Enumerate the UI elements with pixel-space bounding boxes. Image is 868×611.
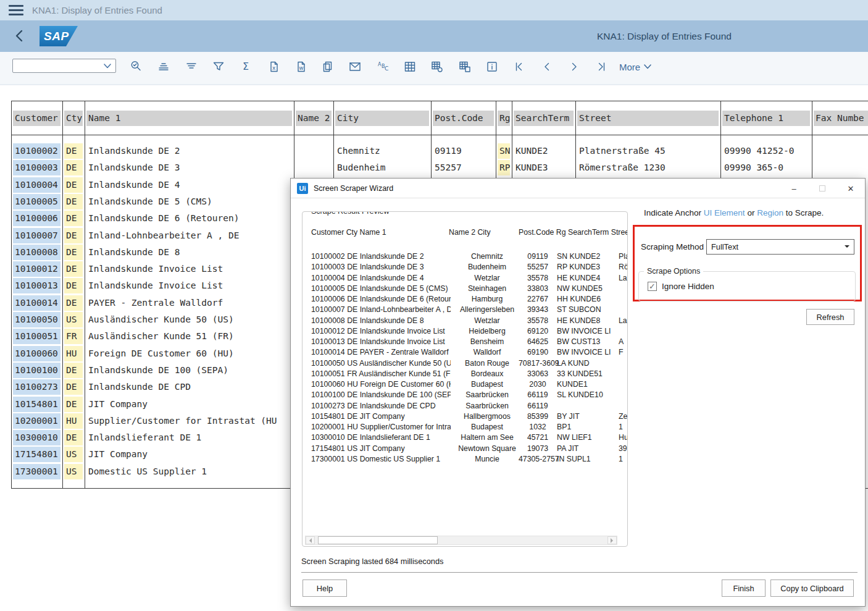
cell-customer[interactable]: 10100008 xyxy=(13,245,61,260)
cell-cty[interactable]: DE xyxy=(64,211,83,226)
cell-name1[interactable]: Inlandskunde DE 100 (SEPA) xyxy=(86,363,292,378)
grid-settings-icon[interactable] xyxy=(429,59,445,75)
cell-cty[interactable]: DE xyxy=(64,295,83,311)
cell-customer[interactable]: 10100007 xyxy=(13,228,61,243)
cell-name1[interactable]: Inlandskunde DE 4 xyxy=(86,177,292,193)
cell-customer[interactable]: 10100012 xyxy=(13,261,61,277)
email-icon[interactable] xyxy=(347,59,363,75)
ui-element-link[interactable]: UI Element xyxy=(704,208,745,217)
cell-customer[interactable]: 10154801 xyxy=(13,397,61,412)
cell-search[interactable]: KUNDE3 xyxy=(514,160,574,175)
next-page-icon[interactable] xyxy=(566,59,582,75)
cell-tel[interactable]: 09990 41252-0 xyxy=(722,143,810,159)
cell-customer[interactable]: 10100050 xyxy=(13,312,61,327)
info-icon[interactable] xyxy=(484,59,500,75)
column-header-city[interactable]: City xyxy=(335,111,429,126)
help-button[interactable]: Help xyxy=(303,579,347,597)
cell-fax[interactable] xyxy=(814,143,868,159)
cell-cty[interactable]: US xyxy=(64,312,83,327)
column-header-search[interactable]: SearchTerm xyxy=(514,111,574,126)
column-header-name2[interactable]: Name 2 xyxy=(296,111,332,126)
cell-name1[interactable]: Inlandskunde DE 8 xyxy=(86,245,292,260)
cell-customer[interactable]: 10100004 xyxy=(13,177,61,193)
grid-icon[interactable] xyxy=(402,59,418,75)
preview-horizontal-scrollbar[interactable] xyxy=(305,536,617,545)
refresh-button[interactable]: Refresh xyxy=(806,309,854,325)
cell-name2[interactable] xyxy=(296,143,332,159)
cell-customer[interactable]: 10200001 xyxy=(13,413,61,429)
cell-cty[interactable]: DE xyxy=(64,278,83,293)
cell-name1[interactable]: Inland-Lohnbearbeiter A , DE xyxy=(86,228,292,243)
cell-customer[interactable]: 10100060 xyxy=(13,346,61,361)
cell-name1[interactable]: Inlandskunde DE 5 (CMS) xyxy=(86,194,292,209)
maximize-icon[interactable] xyxy=(808,179,837,198)
cell-name1[interactable]: Inlandskunde DE 2 xyxy=(86,143,292,159)
more-button[interactable]: More xyxy=(619,59,651,75)
cell-cty[interactable]: DE xyxy=(64,379,83,395)
back-icon[interactable] xyxy=(15,29,26,43)
menu-icon[interactable] xyxy=(9,5,23,15)
cell-customer[interactable]: 10100100 xyxy=(13,363,61,378)
cell-customer[interactable]: 10300010 xyxy=(13,430,61,445)
cell-cty[interactable]: DE xyxy=(64,245,83,260)
cell-customer[interactable]: 10100051 xyxy=(13,329,61,344)
cell-name1[interactable]: Inlandskunde DE 6 (Retouren) xyxy=(86,211,292,226)
cell-name1[interactable]: Inlandskunde DE 3 xyxy=(86,160,292,175)
cell-customer[interactable]: 10100002 xyxy=(13,143,61,159)
filter-icon[interactable] xyxy=(211,59,227,75)
copy-icon[interactable] xyxy=(320,59,336,75)
preview-pane[interactable]: Customer Cty Name 1 Name 2 City Post.Cod… xyxy=(303,212,627,546)
cell-name1[interactable]: JIT Company xyxy=(86,447,292,462)
column-header-customer[interactable]: Customer xyxy=(13,111,61,126)
cell-name1[interactable]: Domestic US Supplier 1 xyxy=(86,464,292,479)
cell-cty[interactable]: FR xyxy=(64,329,83,344)
scroll-right-icon[interactable] xyxy=(607,536,617,544)
export-word-icon[interactable]: w xyxy=(293,59,309,75)
cell-name1[interactable]: Inlandslieferant DE 1 xyxy=(86,430,292,445)
cell-cty[interactable]: DE xyxy=(64,261,83,277)
ignore-hidden-checkbox[interactable]: ✓ xyxy=(648,282,657,291)
cell-cty[interactable]: DE xyxy=(64,160,83,175)
cell-customer[interactable]: 10100005 xyxy=(13,194,61,209)
column-header-tel[interactable]: Telephone 1 xyxy=(722,111,810,126)
cell-rg[interactable]: RP xyxy=(498,160,510,175)
cell-post[interactable]: 09119 xyxy=(433,143,494,159)
cell-street[interactable]: Platnerstraße 45 xyxy=(577,143,719,159)
cell-cty[interactable]: DE xyxy=(64,177,83,193)
cell-cty[interactable]: DE xyxy=(64,194,83,209)
column-header-cty[interactable]: Cty xyxy=(64,111,83,126)
previous-page-icon[interactable] xyxy=(539,59,555,75)
scroll-left-icon[interactable] xyxy=(306,536,315,544)
column-header-fax[interactable]: Fax Numbe xyxy=(814,111,868,126)
cell-cty[interactable]: DE xyxy=(64,397,83,412)
cell-customer[interactable]: 17300001 xyxy=(13,464,61,479)
dialog-titlebar[interactable]: Ui Screen Scraper Wizard – ✕ xyxy=(291,179,865,198)
command-combobox[interactable] xyxy=(12,59,116,73)
column-header-rg[interactable]: Rg xyxy=(498,111,510,126)
minimize-icon[interactable]: – xyxy=(780,179,808,198)
cell-customer[interactable]: 10100273 xyxy=(13,379,61,395)
cell-name2[interactable] xyxy=(296,160,332,175)
region-link[interactable]: Region xyxy=(757,208,783,217)
scraping-method-dropdown[interactable]: FullText xyxy=(706,239,854,255)
cell-name1[interactable]: Ausländischer Kunde 50 (US) xyxy=(86,312,292,327)
cell-customer[interactable]: 17154801 xyxy=(13,447,61,462)
cell-customer[interactable]: 10100013 xyxy=(13,278,61,293)
cell-name1[interactable]: Ausländischer Kunde 51 (FR) xyxy=(86,329,292,344)
spell-check-icon[interactable]: ABC xyxy=(375,59,391,75)
cell-customer[interactable]: 10100014 xyxy=(13,295,61,311)
cell-name1[interactable]: Foreign DE Customer 60 (HU) xyxy=(86,346,292,361)
cell-name1[interactable]: PAYER - Zentrale Walldorf xyxy=(86,295,292,311)
cell-cty[interactable]: DE xyxy=(64,228,83,243)
cell-name1[interactable]: Inlandskunde Invoice List xyxy=(86,261,292,277)
cell-name1[interactable]: Inlandskunde DE CPD xyxy=(86,379,292,395)
cell-customer[interactable]: 10100006 xyxy=(13,211,61,226)
finish-button[interactable]: Finish xyxy=(722,579,766,597)
cell-tel[interactable]: 09990 365-0 xyxy=(722,160,810,175)
cell-city[interactable]: Budenheim xyxy=(335,160,429,175)
cell-cty[interactable]: HU xyxy=(64,413,83,429)
cell-cty[interactable]: US xyxy=(64,464,83,479)
column-header-street[interactable]: Street xyxy=(577,111,719,126)
sort-ascending-icon[interactable] xyxy=(156,59,172,75)
cell-fax[interactable] xyxy=(814,160,868,175)
